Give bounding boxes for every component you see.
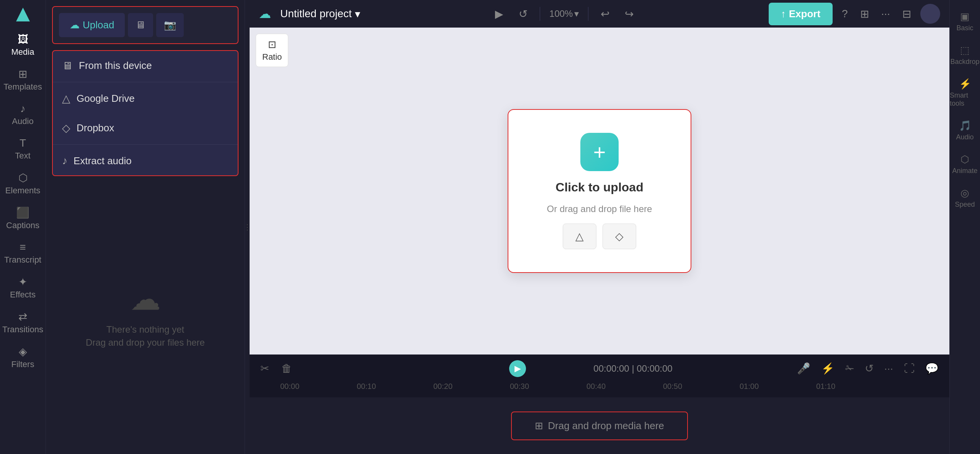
audio-rp-label: Audio — [956, 133, 973, 141]
dropbox-item[interactable]: ◇ Dropbox — [53, 113, 238, 143]
animate-label: Animate — [952, 167, 977, 175]
split-button[interactable]: ✂ — [257, 359, 272, 378]
ruler-mark-3: 00:30 — [510, 382, 529, 391]
timeline-tracks[interactable]: ⊞ Drag and drop media here — [250, 397, 949, 454]
layout-button[interactable]: ⊞ — [857, 5, 872, 23]
backdrop-label: Backdrop — [950, 58, 979, 66]
resize-handle[interactable]: ⋮ — [245, 0, 250, 454]
sidebar-item-media[interactable]: 🖼 Media — [0, 28, 46, 62]
right-panel-audio[interactable]: 🎵 Audio — [950, 115, 980, 146]
google-drive-item[interactable]: △ Google Drive — [53, 84, 238, 113]
extract-audio-item[interactable]: ♪ Extract audio — [53, 146, 238, 175]
timeline-ruler: 00:00 00:10 00:20 00:30 00:40 00:50 01:0… — [250, 382, 949, 397]
sidebar-item-filters[interactable]: ◈ Filters — [0, 340, 46, 375]
upload-plus-button[interactable]: + — [580, 133, 619, 171]
screen-tab-button[interactable]: 🖥 — [128, 13, 153, 37]
google-drive-upload-icon: △ — [575, 230, 584, 243]
camera-tab-button[interactable]: 📷 — [156, 13, 184, 37]
delete-button[interactable]: 🗑 — [278, 359, 295, 378]
filters-icon: ◈ — [19, 345, 27, 358]
sidebar-item-label-filters: Filters — [11, 359, 34, 369]
ruler-mark-5: 00:50 — [663, 382, 682, 391]
topbar-center: ▶ ↺ 100% ▾ ↩ ↪ — [366, 5, 763, 23]
smart-tools-label: Smart tools — [950, 91, 980, 108]
more-options-button[interactable]: ··· — [878, 5, 893, 23]
right-panel-backdrop[interactable]: ⬚ Backdrop — [950, 40, 980, 70]
sidebar-item-label-effects: Effects — [10, 290, 36, 300]
cut-button[interactable]: ✁ — [842, 359, 857, 378]
templates-icon: ⊞ — [18, 68, 27, 80]
export-icon: ↑ — [781, 8, 786, 20]
right-panel-animate[interactable]: ⬡ Animate — [950, 149, 980, 180]
ruler-mark-1: 00:10 — [357, 382, 376, 391]
comment-button[interactable]: 💬 — [922, 359, 942, 378]
ratio-button[interactable]: ⊡ Ratio — [256, 34, 288, 67]
mic-button[interactable]: 🎤 — [794, 359, 813, 378]
google-drive-icon: △ — [62, 92, 70, 105]
effects-icon: ✦ — [18, 276, 27, 288]
google-drive-upload-button[interactable]: △ — [563, 224, 596, 249]
ruler-labels: 00:00 00:10 00:20 00:30 00:40 00:50 01:0… — [250, 382, 949, 397]
camera-icon: 📷 — [164, 19, 176, 31]
screen-icon: 🖥 — [136, 19, 145, 31]
sidebar-item-label-elements: Elements — [5, 186, 41, 196]
avatar — [920, 4, 940, 24]
loop-timeline-button[interactable]: ↺ — [862, 359, 877, 378]
right-panel-basic[interactable]: ▣ Basic — [950, 6, 980, 37]
project-name[interactable]: Untitled project ▾ — [280, 8, 360, 20]
loop-button[interactable]: ↺ — [516, 5, 531, 23]
panels-button[interactable]: ⊟ — [899, 5, 914, 23]
sidebar-item-label-transitions: Transitions — [2, 325, 43, 335]
media-icon: 🖼 — [18, 33, 28, 46]
sidebar-item-captions[interactable]: ⬛ Captions — [0, 201, 46, 236]
dropbox-icon: ◇ — [62, 122, 70, 134]
text-icon: T — [20, 137, 26, 149]
sidebar-item-templates[interactable]: ⊞ Templates — [0, 62, 46, 97]
empty-state: ☁ There's nothing yet Drag and drop your… — [46, 176, 245, 454]
ruler-mark-0: 00:00 — [280, 382, 299, 391]
sidebar-item-transitions[interactable]: ⇄ Transitions — [0, 305, 46, 340]
sidebar-item-label-captions: Captions — [6, 220, 39, 230]
topbar: ☁ Untitled project ▾ ▶ ↺ 100% ▾ ↩ ↪ ↑ — [250, 0, 949, 28]
sidebar-item-text[interactable]: T Text — [0, 132, 46, 166]
dropbox-label: Dropbox — [77, 122, 114, 134]
sidebar-item-audio[interactable]: ♪ Audio — [0, 97, 46, 132]
export-button[interactable]: ↑ Export — [769, 3, 833, 25]
sidebar-nav: 🖼 Media ⊞ Templates ♪ Audio T Text ⬡ Ele… — [0, 0, 46, 454]
timeline-more-button[interactable]: ··· — [881, 359, 896, 378]
transitions-icon: ⇄ — [18, 310, 27, 323]
sidebar-item-label-media: Media — [11, 47, 34, 57]
drop-media-icon: ⊞ — [535, 420, 543, 432]
timeline-play-button[interactable]: ▶ — [509, 360, 526, 377]
undo-button[interactable]: ↩ — [598, 5, 612, 23]
dropdown-divider-2 — [53, 144, 238, 145]
right-panel-speed[interactable]: ◎ Speed — [950, 183, 980, 213]
drop-media-zone[interactable]: ⊞ Drag and drop media here — [511, 412, 688, 440]
help-button[interactable]: ? — [839, 5, 851, 23]
dropbox-upload-button[interactable]: ◇ — [603, 224, 636, 249]
magic-button[interactable]: ⚡ — [818, 359, 838, 378]
timeline-area: ✂ 🗑 ▶ 00:00:00 | 00:00:00 🎤 ⚡ ✁ ↺ ··· ⛶ … — [250, 354, 949, 454]
right-panel-smart-tools[interactable]: ⚡ Smart tools — [950, 73, 980, 112]
upload-card-title: Click to upload — [555, 180, 643, 194]
sidebar-item-effects[interactable]: ✦ Effects — [0, 270, 46, 305]
upload-card-buttons: △ ◇ — [563, 224, 636, 249]
sidebar-item-transcript[interactable]: ≡ Transcript — [0, 236, 46, 270]
google-drive-label: Google Drive — [77, 93, 135, 105]
upload-button[interactable]: ☁ Upload — [59, 13, 125, 37]
play-button[interactable]: ▶ — [492, 5, 506, 23]
basic-label: Basic — [956, 24, 973, 32]
fullscreen-button[interactable]: ⛶ — [901, 359, 918, 378]
sidebar-item-label-transcript: Transcript — [4, 255, 41, 265]
speed-label: Speed — [955, 201, 975, 209]
topbar-actions: ↑ Export ? ⊞ ··· ⊟ — [769, 3, 940, 25]
redo-button[interactable]: ↪ — [622, 5, 637, 23]
upload-card: + Click to upload Or drag and drop file … — [508, 109, 691, 273]
smart-tools-icon: ⚡ — [959, 78, 971, 90]
transcript-icon: ≡ — [20, 241, 26, 253]
sidebar-item-label-text: Text — [15, 151, 30, 161]
sidebar-item-elements[interactable]: ⬡ Elements — [0, 166, 46, 201]
ratio-icon: ⊡ — [268, 39, 276, 51]
from-device-item[interactable]: 🖥 From this device — [53, 51, 238, 80]
canvas-area: ⊡ Ratio + Click to upload Or drag and dr… — [250, 28, 949, 354]
